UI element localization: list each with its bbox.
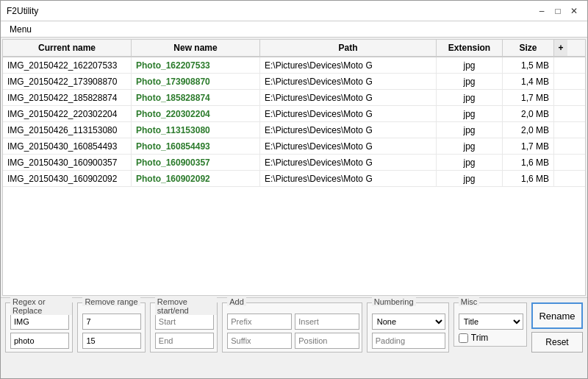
cell-current: IMG_20150430_160902092 <box>3 171 132 186</box>
cell-new-name: Photo_160900357 <box>132 155 260 170</box>
title-bar: F2Utility – □ ✕ <box>1 1 587 21</box>
col-header-new: New name <box>132 40 260 56</box>
table-row[interactable]: IMG_20150422_173908870 Photo_173908870 E… <box>3 74 585 90</box>
table-header: Current name New name Path Extension Siz… <box>3 40 585 57</box>
cell-new-name: Photo_160854493 <box>132 138 260 154</box>
main-window: F2Utility – □ ✕ Menu Current name New na… <box>0 0 588 379</box>
cell-new-name: Photo_113153080 <box>132 122 260 138</box>
remove-range-group: Remove range <box>77 302 145 353</box>
cell-plus <box>554 122 567 138</box>
suffix-input[interactable] <box>227 333 292 349</box>
table-row[interactable]: IMG_20150430_160900357 Photo_160900357 E… <box>3 155 585 171</box>
cell-ext: jpg <box>437 74 503 89</box>
add-row-2 <box>227 333 356 349</box>
regex-group-label: Regex or Replace <box>10 297 72 315</box>
cell-path: E:\Pictures\Devices\Moto G <box>260 155 437 170</box>
cell-size: 1,6 MB <box>503 155 554 170</box>
trim-row: Trim <box>459 333 522 343</box>
numbering-label: Numbering <box>372 297 416 306</box>
misc-label: Misc <box>459 297 480 306</box>
minimize-button[interactable]: – <box>534 4 549 18</box>
cell-plus <box>554 138 567 154</box>
cell-plus <box>554 90 567 105</box>
table-row[interactable]: IMG_20150422_162207533 Photo_162207533 E… <box>3 57 585 74</box>
cell-plus <box>554 74 567 89</box>
cell-path: E:\Pictures\Devices\Moto G <box>260 138 437 154</box>
cell-ext: jpg <box>437 138 503 154</box>
table-row[interactable]: IMG_20150422_220302204 Photo_220302204 E… <box>3 106 585 122</box>
cell-size: 1,5 MB <box>503 57 554 73</box>
cell-current: IMG_20150430_160900357 <box>3 155 132 170</box>
range-start-input[interactable] <box>82 314 141 330</box>
cell-new-name: Photo_185828874 <box>132 90 260 105</box>
remove-start-input[interactable] <box>155 314 214 330</box>
remove-startend-label: Remove start/end <box>155 297 217 315</box>
bottom-panel: Regex or Replace Remove range Remove sta… <box>1 297 587 378</box>
cell-current: IMG_20150422_185828874 <box>3 90 132 105</box>
window-title: F2Utility <box>7 6 38 16</box>
misc-group: Misc Title Upper Lower Trim <box>453 302 527 347</box>
cell-path: E:\Pictures\Devices\Moto G <box>260 106 437 121</box>
prefix-input[interactable] <box>227 314 292 330</box>
file-table: Current name New name Path Extension Siz… <box>2 39 586 296</box>
title-bar-left: F2Utility <box>7 6 38 16</box>
table-row[interactable]: IMG_20150430_160854493 Photo_160854493 E… <box>3 138 585 155</box>
menu-item-menu[interactable]: Menu <box>4 23 37 36</box>
cell-size: 2,0 MB <box>503 122 554 138</box>
cell-new-name: Photo_173908870 <box>132 74 260 89</box>
table-row[interactable]: IMG_20150422_185828874 Photo_185828874 E… <box>3 90 585 106</box>
misc-select[interactable]: Title Upper Lower <box>459 314 523 330</box>
col-header-plus[interactable]: + <box>554 40 567 56</box>
cell-size: 1,7 MB <box>503 138 554 154</box>
cell-current: IMG_20150422_162207533 <box>3 57 132 73</box>
cell-new-name: Photo_162207533 <box>132 57 260 73</box>
replace-input[interactable] <box>10 333 69 349</box>
title-bar-controls: – □ ✕ <box>534 4 581 18</box>
cell-size: 1,4 MB <box>503 74 554 89</box>
cell-size: 2,0 MB <box>503 106 554 121</box>
cell-new-name: Photo_220302204 <box>132 106 260 121</box>
table-row[interactable]: IMG_20150430_160902092 Photo_160902092 E… <box>3 171 585 187</box>
cell-path: E:\Pictures\Devices\Moto G <box>260 90 437 105</box>
add-group: Add <box>222 302 362 353</box>
table-row[interactable]: IMG_20150426_113153080 Photo_113153080 E… <box>3 122 585 138</box>
insert-input[interactable] <box>295 314 359 330</box>
numbering-group: Numbering None Prefix Suffix <box>367 302 449 353</box>
table-body: IMG_20150422_162207533 Photo_162207533 E… <box>3 57 585 295</box>
remove-range-label: Remove range <box>82 297 140 306</box>
cell-size: 1,6 MB <box>503 171 554 186</box>
padding-input[interactable] <box>372 333 445 349</box>
close-button[interactable]: ✕ <box>567 4 581 18</box>
col-header-current: Current name <box>3 40 132 56</box>
remove-startend-group: Remove start/end <box>150 302 218 353</box>
regex-group: Regex or Replace <box>5 302 73 353</box>
cell-current: IMG_20150430_160854493 <box>3 138 132 154</box>
numbering-select[interactable]: None Prefix Suffix <box>372 314 445 330</box>
cell-current: IMG_20150422_173908870 <box>3 74 132 89</box>
add-row-1 <box>227 314 356 330</box>
remove-end-input[interactable] <box>155 333 214 349</box>
maximize-button[interactable]: □ <box>551 4 565 18</box>
cell-ext: jpg <box>437 171 503 186</box>
position-input[interactable] <box>295 333 359 349</box>
regex-input[interactable] <box>10 314 69 330</box>
action-buttons: Rename Reset <box>531 302 583 353</box>
cell-plus <box>554 155 567 170</box>
cell-ext: jpg <box>437 122 503 138</box>
trim-checkbox[interactable] <box>459 333 468 343</box>
cell-new-name: Photo_160902092 <box>132 171 260 186</box>
cell-current: IMG_20150426_113153080 <box>3 122 132 138</box>
col-header-ext: Extension <box>437 40 503 56</box>
cell-plus <box>554 106 567 121</box>
rename-button[interactable]: Rename <box>531 302 583 329</box>
cell-path: E:\Pictures\Devices\Moto G <box>260 171 437 186</box>
range-end-input[interactable] <box>82 333 141 349</box>
cell-ext: jpg <box>437 57 503 73</box>
reset-button[interactable]: Reset <box>531 332 583 353</box>
cell-plus <box>554 171 567 186</box>
cell-size: 1,7 MB <box>503 90 554 105</box>
trim-label: Trim <box>471 333 489 343</box>
cell-path: E:\Pictures\Devices\Moto G <box>260 122 437 138</box>
cell-current: IMG_20150422_220302204 <box>3 106 132 121</box>
col-header-path: Path <box>260 40 437 56</box>
